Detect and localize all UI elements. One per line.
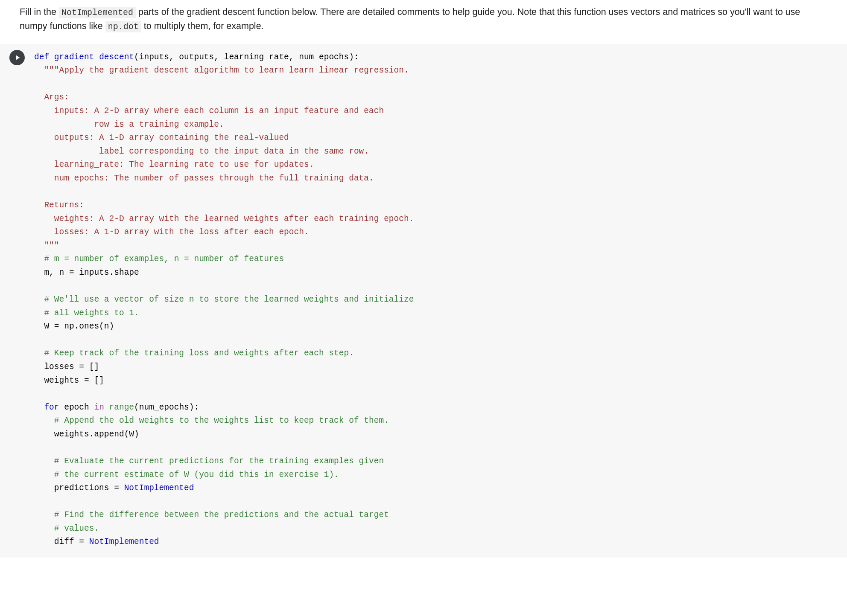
code-docstring-line: inputs: A 2-D array where each column is… bbox=[34, 106, 384, 116]
code-keyword-for: for bbox=[34, 403, 59, 412]
code-comment: # values. bbox=[34, 524, 99, 533]
code-params: (inputs, outputs, learning_rate, num_epo… bbox=[134, 52, 359, 62]
code-comment: # We'll use a vector of size n to store … bbox=[34, 295, 414, 304]
code-docstring-line: label corresponding to the input data in… bbox=[34, 147, 369, 156]
code-comment: # Append the old weights to the weights … bbox=[34, 416, 389, 425]
code-line: weights.append(W) bbox=[34, 430, 139, 439]
code-docstring-line: num_epochs: The number of passes through… bbox=[34, 174, 374, 183]
code-notimplemented: NotImplemented bbox=[89, 537, 159, 546]
code-docstring-line: """Apply the gradient descent algorithm … bbox=[34, 66, 409, 75]
code-comment: # all weights to 1. bbox=[34, 308, 139, 318]
code-keyword-in: in bbox=[94, 403, 104, 412]
code-comment: # Evaluate the current predictions for t… bbox=[34, 456, 384, 466]
play-icon bbox=[14, 54, 21, 61]
code-docstring-line: Args: bbox=[34, 93, 69, 102]
code-cell: def gradient_descent(inputs, outputs, le… bbox=[0, 44, 847, 558]
code-notimplemented: NotImplemented bbox=[124, 483, 194, 493]
code-docstring-line: losses: A 1-D array with the loss after … bbox=[34, 227, 309, 237]
code-comment: # Keep track of the training loss and we… bbox=[34, 349, 354, 358]
code-comment: # m = number of examples, n = number of … bbox=[34, 254, 284, 264]
code-comment: # Find the difference between the predic… bbox=[34, 510, 389, 520]
code-builtin-range: range bbox=[104, 403, 134, 412]
code-docstring-line: weights: A 2-D array with the learned we… bbox=[34, 214, 414, 224]
code-comment: # the current estimate of W (you did thi… bbox=[34, 470, 339, 479]
code-line: m, n = inputs.shape bbox=[34, 268, 139, 277]
code-docstring-line: Returns: bbox=[34, 200, 84, 210]
code-assign: diff = bbox=[34, 537, 89, 546]
code-editor[interactable]: def gradient_descent(inputs, outputs, le… bbox=[34, 44, 847, 558]
code-loop-rest: (num_epochs): bbox=[134, 403, 199, 412]
code-loop-var: epoch bbox=[59, 403, 94, 412]
instruction-text: Fill in the NotImplemented parts of the … bbox=[0, 0, 847, 44]
instruction-part1: Fill in the bbox=[20, 7, 59, 17]
inline-code-npdot: np.dot bbox=[105, 21, 141, 32]
code-line: weights = [] bbox=[34, 376, 104, 385]
code-docstring-line: row is a training example. bbox=[34, 120, 224, 129]
code-line: losses = [] bbox=[34, 362, 99, 372]
code-docstring-line: outputs: A 1-D array containing the real… bbox=[34, 133, 289, 142]
instruction-part3: to multiply them, for example. bbox=[141, 21, 264, 31]
code-function-name: gradient_descent bbox=[54, 52, 134, 62]
code-docstring-line: learning_rate: The learning rate to use … bbox=[34, 160, 314, 169]
code-keyword-def: def bbox=[34, 52, 54, 62]
cell-gutter bbox=[0, 44, 34, 558]
run-cell-button[interactable] bbox=[9, 50, 25, 65]
code-line: W = np.ones(n) bbox=[34, 322, 114, 331]
code-docstring-line: """ bbox=[34, 241, 59, 250]
inline-code-notimplemented: NotImplemented bbox=[59, 7, 136, 18]
code-assign: predictions = bbox=[34, 483, 124, 493]
